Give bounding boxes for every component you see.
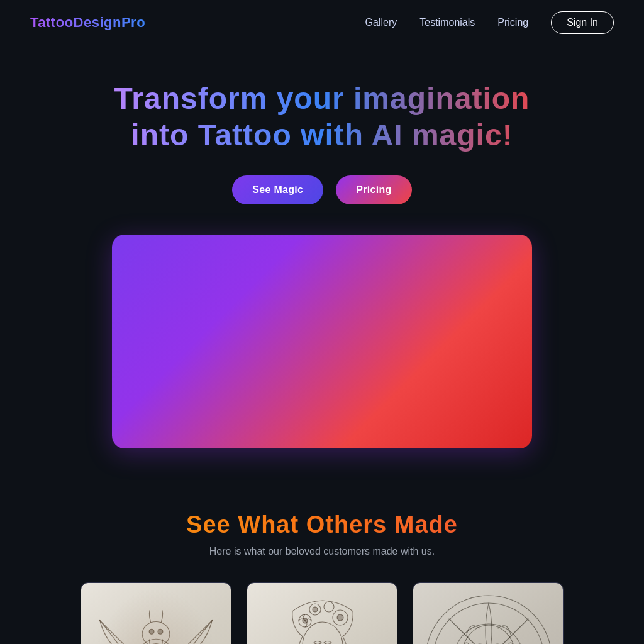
site-logo[interactable]: TattooDesignPro bbox=[30, 14, 145, 31]
gallery-grid bbox=[30, 582, 614, 644]
see-magic-button[interactable]: See Magic bbox=[232, 175, 323, 204]
hero-pricing-button[interactable]: Pricing bbox=[336, 175, 411, 204]
nav-pricing[interactable]: Pricing bbox=[497, 17, 528, 28]
svg-point-2 bbox=[149, 630, 154, 635]
svg-point-22 bbox=[454, 624, 523, 644]
svg-point-0 bbox=[132, 639, 179, 644]
nav-testimonials[interactable]: Testimonials bbox=[419, 17, 475, 28]
svg-point-6 bbox=[303, 622, 343, 644]
nav-gallery[interactable]: Gallery bbox=[365, 17, 397, 28]
gallery-card-woman[interactable] bbox=[247, 582, 397, 644]
navbar: TattooDesignPro Gallery Testimonials Pri… bbox=[0, 0, 644, 45]
gallery-title: See What Others Made bbox=[30, 511, 614, 538]
gallery-card-dragon[interactable] bbox=[80, 582, 231, 644]
hero-buttons: See Magic Pricing bbox=[232, 175, 411, 204]
svg-point-3 bbox=[158, 630, 163, 635]
hero-image bbox=[112, 235, 532, 448]
gallery-subtitle: Here is what our beloved customers made … bbox=[30, 546, 614, 557]
signin-button[interactable]: Sign In bbox=[551, 11, 614, 34]
nav-links: Gallery Testimonials Pricing Sign In bbox=[365, 11, 614, 34]
gallery-card-wolf[interactable] bbox=[413, 582, 564, 644]
hero-title: Transform your imagination into Tattoo w… bbox=[96, 80, 548, 153]
svg-point-16 bbox=[462, 625, 515, 644]
svg-point-13 bbox=[324, 602, 334, 612]
svg-point-1 bbox=[142, 622, 170, 644]
svg-point-12 bbox=[313, 607, 318, 612]
hero-section: Transform your imagination into Tattoo w… bbox=[0, 45, 644, 474]
gallery-section: See What Others Made Here is what our be… bbox=[0, 474, 644, 644]
svg-point-10 bbox=[337, 614, 343, 621]
